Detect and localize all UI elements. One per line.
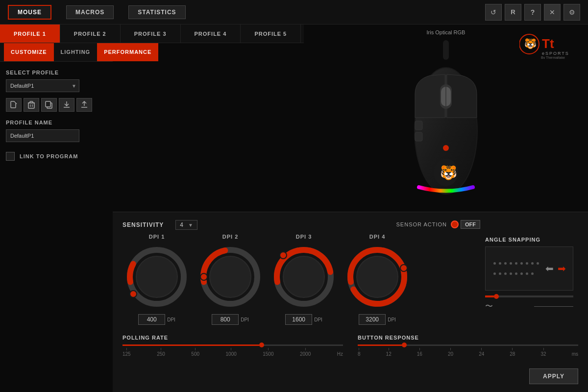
- svg-point-13: [443, 145, 449, 151]
- dot: [520, 262, 523, 265]
- export-icon: [81, 101, 88, 109]
- dpi3-dial[interactable]: [270, 243, 338, 311]
- dot: [515, 262, 517, 265]
- tick-mark: [481, 348, 482, 350]
- tick-16: 16: [417, 348, 422, 357]
- select-profile-label: SELECT PROFILE: [6, 70, 107, 75]
- polling-rate-ticks: 125 250 500 1000: [122, 348, 343, 357]
- profile-action-buttons: [6, 98, 107, 112]
- tick-250: 250: [157, 348, 165, 357]
- help-icon-btn[interactable]: ?: [524, 4, 541, 21]
- button-response-track-container: 8 12 16 20 2: [358, 344, 578, 365]
- link-to-program-row: LINK TO PROGRAM: [6, 152, 107, 161]
- perf-top-row: SENSITIVITY 4 ▼ SENSOR ACTION OFF: [122, 220, 578, 230]
- dpi2-input[interactable]: [212, 314, 239, 325]
- export-profile-btn[interactable]: [76, 98, 92, 112]
- dot-grid-container: [490, 260, 543, 277]
- angle-right-arrow-icon: ➡: [558, 263, 566, 274]
- nav-statistics[interactable]: STATISTICS: [128, 5, 185, 19]
- sensor-toggle[interactable]: OFF: [451, 220, 480, 229]
- refresh-icon-btn[interactable]: ↺: [485, 4, 502, 21]
- tick-mark: [543, 348, 544, 350]
- tick-28: 28: [510, 348, 515, 357]
- reset-icon-btn[interactable]: R: [505, 4, 521, 21]
- button-response-handle[interactable]: [402, 343, 407, 347]
- tick-mark: [389, 348, 389, 350]
- profile-tab-3[interactable]: PROFILE 3: [121, 24, 181, 43]
- dpi1-container: DPI 1 DPI: [122, 234, 191, 325]
- tick-label: 2000: [300, 351, 311, 357]
- new-profile-btn[interactable]: [6, 98, 22, 112]
- svg-point-32: [280, 252, 287, 259]
- polling-rate-handle[interactable]: [259, 343, 264, 347]
- button-response-track: [358, 344, 578, 346]
- dot: [526, 262, 528, 265]
- top-nav-right: ↺ R ? ✕ ⚙: [485, 4, 580, 21]
- sensor-action-label: SENSOR ACTION: [396, 221, 447, 227]
- tick-label: 28: [510, 351, 515, 357]
- profile-tab-4[interactable]: PROFILE 4: [181, 24, 241, 43]
- dpi1-dial[interactable]: [122, 243, 191, 311]
- dot: [510, 272, 512, 275]
- delete-profile-btn[interactable]: [24, 98, 39, 112]
- sub-tab-performance[interactable]: PERFORMANCE: [97, 43, 158, 61]
- dpi4-dial[interactable]: [343, 243, 412, 311]
- dot: [526, 272, 528, 275]
- polling-rate-fill: [122, 344, 259, 346]
- angle-left-arrow-icon: ⬅: [545, 263, 554, 274]
- sub-tab-lighting[interactable]: LIGHTING: [54, 43, 98, 61]
- tick-label: 16: [417, 351, 422, 357]
- close-icon-btn[interactable]: ✕: [544, 4, 561, 21]
- angle-slider-handle[interactable]: [494, 294, 499, 299]
- dpi2-dial[interactable]: [196, 243, 265, 311]
- sensitivity-dropdown-icon: ▼: [188, 222, 193, 228]
- sensor-action-group: SENSOR ACTION OFF: [396, 220, 480, 229]
- dpi4-input[interactable]: [359, 314, 386, 325]
- button-response-ticks: 8 12 16 20 2: [358, 348, 578, 357]
- link-program-text: LINK TO PROGRAM: [20, 153, 78, 159]
- sensitivity-selector[interactable]: 4 ▼: [175, 220, 197, 230]
- polling-rate-label: POLLING RATE: [122, 335, 343, 341]
- sub-tab-customize[interactable]: CUSTOMIZE: [4, 43, 54, 61]
- dpi1-input[interactable]: [138, 314, 165, 325]
- nav-mouse[interactable]: MOUSE: [8, 5, 51, 20]
- profile-tab-1[interactable]: PROFILE 1: [0, 24, 60, 43]
- dot: [504, 272, 507, 275]
- mouse-image: 🐯: [397, 40, 495, 202]
- apply-button[interactable]: APPLY: [529, 368, 578, 384]
- sub-tabs: CUSTOMIZE LIGHTING PERFORMANCE: [0, 43, 113, 62]
- polling-rate-track: [122, 344, 343, 346]
- import-profile-btn[interactable]: [59, 98, 74, 112]
- panel-content: SELECT PROFILE DefaultP1 ▼: [0, 62, 113, 169]
- dpi1-label: DPI 1: [149, 234, 165, 240]
- dpi2-label: DPI 2: [222, 234, 239, 240]
- dpi3-input[interactable]: [285, 314, 312, 325]
- response-unit: ms: [572, 351, 578, 357]
- button-response-label: BUTTON RESPONSE: [358, 335, 578, 341]
- tick-20: 20: [448, 348, 453, 357]
- sensor-off-label: OFF: [461, 220, 480, 229]
- profile-name-input[interactable]: [6, 129, 79, 142]
- profile-tab-2[interactable]: PROFILE 2: [60, 24, 121, 43]
- tick-mark: [512, 348, 513, 350]
- svg-rect-12: [415, 132, 422, 141]
- link-program-checkbox[interactable]: [6, 152, 15, 161]
- tick-label: 250: [157, 351, 165, 357]
- dot: [504, 262, 507, 265]
- tick-mark: [419, 348, 420, 350]
- tick-label: 12: [386, 351, 392, 357]
- wave-icon: 〜: [485, 301, 493, 312]
- left-panel: CUSTOMIZE LIGHTING PERFORMANCE SELECT PR…: [0, 43, 113, 210]
- import-icon: [63, 101, 70, 109]
- tick-label: 24: [479, 351, 484, 357]
- performance-panel: SENSITIVITY 4 ▼ SENSOR ACTION OFF DPI 1: [113, 212, 588, 392]
- copy-profile-btn[interactable]: [41, 98, 57, 112]
- nav-macros[interactable]: MACROS: [66, 5, 114, 19]
- svg-point-35: [357, 256, 398, 297]
- dot-row-top: [493, 262, 540, 265]
- profile-select[interactable]: DefaultP1: [6, 79, 79, 92]
- dot: [499, 262, 501, 265]
- tick-label: 1500: [263, 351, 273, 357]
- wrench-icon-btn[interactable]: ⚙: [564, 4, 580, 21]
- profile-tab-5[interactable]: PROFILE 5: [241, 24, 301, 43]
